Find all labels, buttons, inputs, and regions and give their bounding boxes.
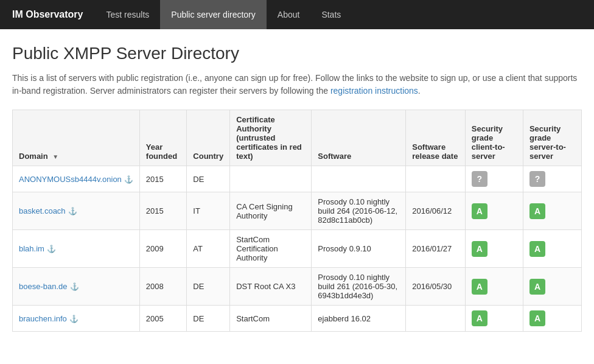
server-table: Domain ▼ Year founded Country Certificat… [12,110,582,332]
description-text-2: . [418,86,421,96]
cell-software: Prosody 0.9.10 [312,230,406,268]
grade-c2s-badge: A [472,203,487,219]
cell-grade-s2s: A [523,230,581,268]
table-row: ANONYMOUSsb4444v.onion⚓2015DE?? [13,166,582,192]
domain-link[interactable]: blah.im [19,244,44,253]
cell-grade-s2s: A [523,306,581,332]
domain-link[interactable]: brauchen.info [19,314,67,323]
grade-s2s-badge: A [529,279,545,295]
main-content: Public XMPP Server Directory This is a l… [0,29,594,346]
cell-grade-c2s: A [465,306,523,332]
cell-release-date [406,306,466,332]
cell-release-date: 2016/01/27 [406,230,466,268]
cell-ca: DST Root CA X3 [230,268,312,306]
grade-s2s-badge: A [529,310,545,326]
cell-grade-c2s: A [465,192,523,230]
cell-release-date [406,166,466,192]
cell-year: 2015 [139,166,186,192]
grade-c2s-badge: A [472,310,487,326]
domain-link[interactable]: basket.coach [19,206,66,215]
table-row: brauchen.info⚓2005DEStartComejabberd 16.… [13,306,582,332]
cell-ca: StartCom Certification Authority [230,230,312,268]
table-row: blah.im⚓2009ATStartCom Certification Aut… [13,230,582,268]
cell-country: DE [187,166,230,192]
cell-software: Prosody 0.10 nightly build 261 (2016-05-… [312,268,406,306]
domain-link[interactable]: boese-ban.de [19,282,68,291]
cell-grade-c2s: ? [465,166,523,192]
cell-ca: CA Cert Signing Authority [230,192,312,230]
registration-instructions-link[interactable]: registration instructions [330,86,418,96]
col-software: Software [312,110,406,166]
grade-s2s-badge: A [529,203,545,219]
cell-domain: ANONYMOUSsb4444v.onion⚓ [13,166,140,192]
cell-country: DE [187,306,230,332]
sort-indicator-domain: ▼ [52,153,58,160]
cell-grade-c2s: A [465,268,523,306]
page-description: This is a list of servers with public re… [12,72,582,97]
cell-year: 2008 [139,268,186,306]
cell-grade-s2s: A [523,268,581,306]
cell-grade-s2s: A [523,192,581,230]
cell-country: IT [187,192,230,230]
description-text-1: This is a list of servers with public re… [12,73,577,96]
col-release-date: Software release date [406,110,466,166]
grade-s2s-badge: ? [529,171,545,187]
cell-release-date: 2016/06/12 [406,192,466,230]
cell-software: ejabberd 16.02 [312,306,406,332]
cell-year: 2015 [139,192,186,230]
nav-stats[interactable]: Stats [310,0,352,29]
col-grade-c2s: Security grade client-to-server [465,110,523,166]
table-body: ANONYMOUSsb4444v.onion⚓2015DE??basket.co… [13,166,582,332]
table-header: Domain ▼ Year founded Country Certificat… [13,110,582,166]
nav-test-results[interactable]: Test results [95,0,160,29]
cell-country: DE [187,268,230,306]
cell-ca: StartCom [230,306,312,332]
table-row: basket.coach⚓2015ITCA Cert Signing Autho… [13,192,582,230]
anchor-icon: ⚓ [70,282,79,291]
cell-software: Prosody 0.10 nightly build 264 (2016-06-… [312,192,406,230]
cell-domain: boese-ban.de⚓ [13,268,140,306]
navbar: IM Observatory Test results Public serve… [0,0,594,29]
table-row: boese-ban.de⚓2008DEDST Root CA X3Prosody… [13,268,582,306]
page-title: Public XMPP Server Directory [12,44,582,63]
cell-grade-c2s: A [465,230,523,268]
anchor-icon: ⚓ [124,175,133,184]
cell-software [312,166,406,192]
cell-year: 2009 [139,230,186,268]
col-grade-s2s: Security grade server-to-server [523,110,581,166]
col-year-founded: Year founded [139,110,186,166]
nav-brand[interactable]: IM Observatory [0,0,95,29]
col-domain[interactable]: Domain ▼ [13,110,140,166]
grade-s2s-badge: A [529,241,545,257]
cell-year: 2005 [139,306,186,332]
anchor-icon: ⚓ [47,245,56,253]
cell-domain: blah.im⚓ [13,230,140,268]
cell-grade-s2s: ? [523,166,581,192]
cell-country: AT [187,230,230,268]
col-ca: Certificate Authority (untrusted certifi… [230,110,312,166]
grade-c2s-badge: A [472,241,487,257]
anchor-icon: ⚓ [68,207,77,215]
cell-release-date: 2016/05/30 [406,268,466,306]
domain-link[interactable]: ANONYMOUSsb4444v.onion [19,175,122,184]
nav-public-server-directory[interactable]: Public server directory [160,0,267,29]
server-table-container: Domain ▼ Year founded Country Certificat… [12,110,582,332]
nav-about[interactable]: About [267,0,311,29]
col-country: Country [187,110,230,166]
cell-domain: basket.coach⚓ [13,192,140,230]
cell-ca [230,166,312,192]
anchor-icon: ⚓ [69,315,79,323]
grade-c2s-badge: A [472,279,487,295]
cell-domain: brauchen.info⚓ [13,306,140,332]
grade-c2s-badge: ? [472,171,487,187]
